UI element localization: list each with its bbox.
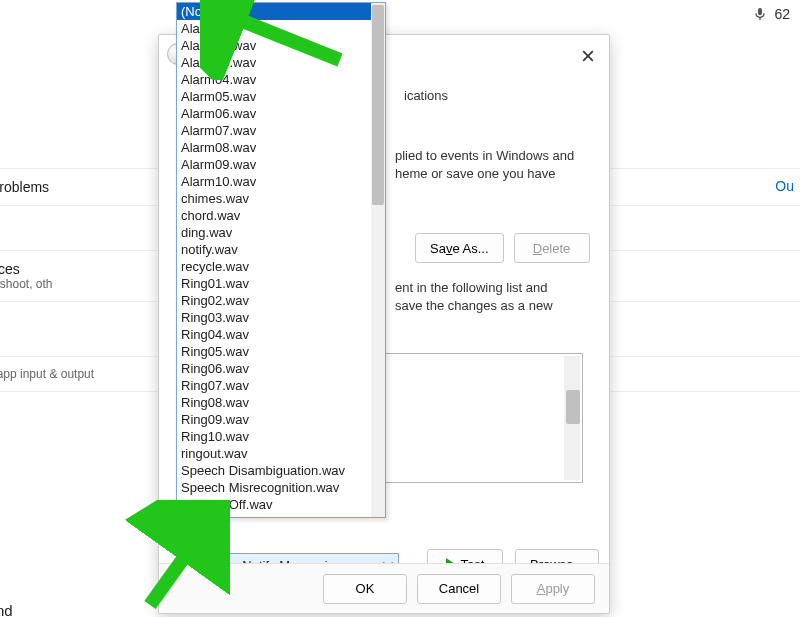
topbar-right: 62: [752, 6, 790, 22]
dropdown-item[interactable]: Speech Off.wav: [177, 496, 371, 513]
dropdown-item[interactable]: Alarm01.: [177, 20, 371, 37]
dropdown-item[interactable]: ding.wav: [177, 224, 371, 241]
dropdown-item[interactable]: Ring03.wav: [177, 309, 371, 326]
apply-label: Apply: [537, 581, 570, 596]
dropdown-item[interactable]: Ring05.wav: [177, 343, 371, 360]
dropdown-item[interactable]: Ring02.wav: [177, 292, 371, 309]
events-scroll-thumb[interactable]: [566, 390, 580, 424]
close-button[interactable]: [573, 43, 603, 69]
dropdown-item[interactable]: chimes.wav: [177, 190, 371, 207]
dropdown-list-inner: (None)Alarm01.Alarm02.wavAlarm03.wavAlar…: [177, 3, 371, 517]
dropdown-item[interactable]: Ring08.wav: [177, 394, 371, 411]
scheme-desc-line2: heme or save one you have: [395, 165, 555, 183]
sounds-dropdown-list[interactable]: (None)Alarm01.Alarm02.wavAlarm03.wavAlar…: [176, 2, 386, 518]
scheme-buttons: Save As... Delete: [415, 233, 590, 263]
screen-root: 62 on sound problems Ou ces /off, troubl…: [0, 0, 800, 617]
cancel-button[interactable]: Cancel: [417, 574, 501, 604]
temperature-value: 62: [774, 6, 790, 22]
output-link[interactable]: Ou: [775, 178, 794, 194]
microphone-icon[interactable]: [752, 6, 768, 22]
scheme-desc-line1: plied to events in Windows and: [395, 147, 574, 165]
delete-label: Delete: [533, 241, 571, 256]
dropdown-item[interactable]: recycle.wav: [177, 258, 371, 275]
dropdown-item[interactable]: Ring06.wav: [177, 360, 371, 377]
dropdown-item[interactable]: Ring10.wav: [177, 428, 371, 445]
dropdown-item[interactable]: notify.wav: [177, 241, 371, 258]
save-as-label: Save As...: [430, 241, 489, 256]
dropdown-item[interactable]: Ring09.wav: [177, 411, 371, 428]
close-icon: [582, 50, 594, 62]
dropdown-item[interactable]: Alarm02.wav: [177, 37, 371, 54]
dropdown-scrollbar[interactable]: [371, 3, 385, 517]
bottom-snippet: nd: [0, 602, 13, 617]
dropdown-item[interactable]: Alarm03.wav: [177, 54, 371, 71]
dropdown-item[interactable]: Ring07.wav: [177, 377, 371, 394]
dialog-footer: OK Cancel Apply: [159, 563, 609, 613]
dropdown-item[interactable]: Alarm07.wav: [177, 122, 371, 139]
dropdown-item[interactable]: Speech Misrecognition.wav: [177, 479, 371, 496]
dropdown-item[interactable]: Speech Disambiguation.wav: [177, 462, 371, 479]
dropdown-item[interactable]: Alarm10.wav: [177, 173, 371, 190]
dropdown-item[interactable]: chord.wav: [177, 207, 371, 224]
dropdown-item[interactable]: Alarm08.wav: [177, 139, 371, 156]
dropdown-item[interactable]: Ring01.wav: [177, 275, 371, 292]
save-as-button[interactable]: Save As...: [415, 233, 504, 263]
dropdown-item[interactable]: ringout.wav: [177, 445, 371, 462]
dropdown-item[interactable]: Alarm05.wav: [177, 88, 371, 105]
apply-button: Apply: [511, 574, 595, 604]
tab-communications[interactable]: ications: [389, 81, 463, 110]
dropdown-item[interactable]: Ring04.wav: [177, 326, 371, 343]
dropdown-item[interactable]: Alarm09.wav: [177, 156, 371, 173]
delete-button: Delete: [514, 233, 590, 263]
events-desc-line2: save the changes as a new: [395, 297, 553, 315]
dropdown-item[interactable]: (None): [177, 3, 371, 20]
dropdown-scroll-thumb[interactable]: [372, 5, 384, 205]
events-desc-line1: ent in the following list and: [395, 279, 547, 297]
ok-button[interactable]: OK: [323, 574, 407, 604]
dropdown-item[interactable]: Alarm06.wav: [177, 105, 371, 122]
dropdown-item[interactable]: Alarm04.wav: [177, 71, 371, 88]
